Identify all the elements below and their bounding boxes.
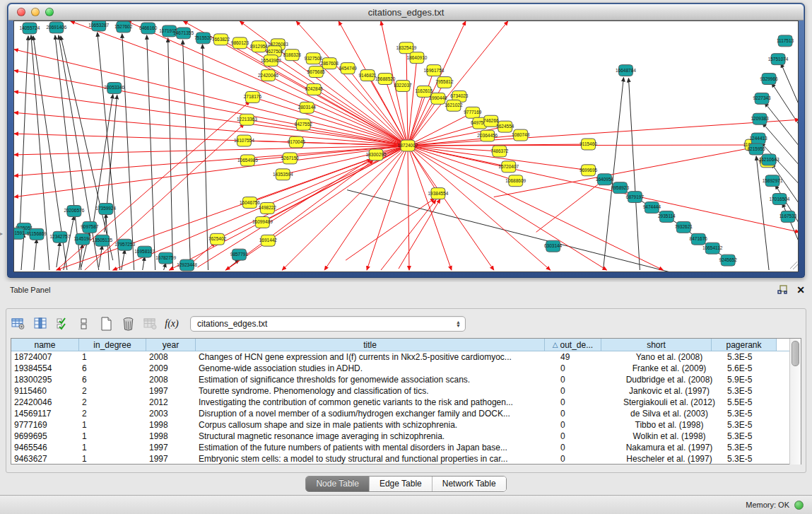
cell-year[interactable]: 2003: [146, 408, 196, 419]
cell-out_degree[interactable]: 0: [558, 453, 614, 465]
network-node[interactable]: 2867608: [321, 58, 339, 69]
row-tool-icon[interactable]: [76, 316, 92, 332]
hub-citation-edge[interactable]: [408, 91, 424, 146]
network-node[interactable]: 1209383: [751, 113, 769, 124]
network-node[interactable]: 8322037: [394, 81, 412, 92]
cell-name[interactable]: 9777169: [11, 419, 79, 431]
tab-network-table[interactable]: Network Table: [433, 477, 506, 491]
cell-out_degree[interactable]: 0: [558, 419, 614, 431]
network-node[interactable]: 7515526: [194, 33, 213, 44]
table-row[interactable]: 1938455462009Genome-wide association stu…: [11, 363, 789, 374]
network-node[interactable]: 18640910: [407, 52, 428, 64]
citation-edge[interactable]: [781, 64, 799, 106]
column-header-pagerank[interactable]: pagerank: [712, 339, 777, 351]
cell-out_degree[interactable]: 0: [558, 442, 614, 453]
hub-citation-edge[interactable]: [282, 146, 408, 270]
hub-citation-edge[interactable]: [408, 119, 799, 146]
table-row[interactable]: 1830029562008Estimation of significance …: [11, 374, 789, 385]
cell-title[interactable]: Estimation of significance thresholds fo…: [196, 374, 558, 385]
hub-citation-edge[interactable]: [408, 146, 799, 232]
citation-edge[interactable]: [64, 216, 74, 270]
zoom-window-icon[interactable]: [45, 8, 54, 16]
column-header-out_degree[interactable]: △out_de...: [545, 339, 601, 351]
cell-year[interactable]: 2008: [146, 351, 196, 363]
network-node[interactable]: 10654985: [237, 155, 258, 166]
citation-edge[interactable]: [399, 199, 440, 269]
cell-out_degree[interactable]: 0: [558, 385, 614, 397]
cell-title[interactable]: Tourette syndrome. Phenomenology and cla…: [196, 385, 558, 397]
cell-year[interactable]: 1997: [146, 385, 196, 397]
citation-edge[interactable]: [756, 156, 769, 270]
cell-short[interactable]: Wolkin et al. (1998): [614, 431, 724, 442]
function-builder-icon[interactable]: f(x): [164, 316, 180, 332]
network-node[interactable]: 10654112: [702, 243, 723, 254]
network-node[interactable]: 9329966: [760, 74, 778, 85]
network-node[interactable]: 20206576: [64, 206, 84, 217]
network-node[interactable]: 9097587: [81, 221, 99, 233]
network-node[interactable]: 8471676: [690, 233, 708, 245]
collapsed-panel-arrow-icon[interactable]: ▸: [0, 230, 3, 237]
network-node[interactable]: 16648784: [616, 65, 636, 76]
cell-short[interactable]: Yano et al. (2008): [614, 351, 724, 363]
network-node[interactable]: 2803144: [298, 102, 317, 113]
cell-year[interactable]: 1997: [146, 453, 196, 465]
network-node[interactable]: 8215955: [747, 144, 765, 155]
network-node[interactable]: 2718176: [244, 91, 262, 103]
cell-name[interactable]: 9465546: [11, 442, 79, 453]
cell-pagerank[interactable]: 5.9E-5: [724, 374, 789, 385]
cell-pagerank[interactable]: 5.3E-5: [724, 442, 789, 453]
cell-pagerank[interactable]: 5.3E-5: [724, 351, 789, 363]
cell-out_degree[interactable]: 0: [558, 397, 614, 408]
cell-title[interactable]: Disruption of a novel member of a sodium…: [196, 408, 558, 419]
network-node[interactable]: 20691406: [46, 22, 66, 33]
minimize-window-icon[interactable]: [31, 8, 40, 16]
cell-year[interactable]: 2012: [146, 397, 196, 408]
network-node[interactable]: 9242845: [305, 84, 324, 95]
table-row[interactable]: 946362711997Embryonic stem cells: a mode…: [11, 453, 789, 465]
tab-edge-table[interactable]: Edge Table: [370, 477, 433, 491]
hub-citation-edge[interactable]: [406, 48, 408, 146]
network-node[interactable]: 9146821: [358, 70, 377, 81]
edit-checklist-icon[interactable]: [54, 316, 70, 332]
cell-year[interactable]: 1998: [146, 419, 196, 431]
hub-citation-edge[interactable]: [408, 98, 438, 146]
network-node[interactable]: 9699695: [579, 165, 598, 176]
network-node[interactable]: 9227343: [753, 93, 771, 104]
network-node[interactable]: 20053346: [104, 83, 124, 94]
cell-short[interactable]: Dudbridge et al. (2008): [614, 374, 724, 385]
delete-table-icon[interactable]: [120, 316, 136, 332]
network-node[interactable]: 15892971: [763, 175, 783, 187]
citation-edge[interactable]: [765, 103, 799, 146]
network-node[interactable]: 16782759: [155, 252, 176, 264]
network-node[interactable]: 19384554: [428, 188, 449, 199]
network-node[interactable]: 7486372: [490, 146, 509, 157]
network-node[interactable]: 8454749: [339, 63, 358, 74]
column-header-title[interactable]: title: [196, 339, 545, 351]
citation-edge[interactable]: [143, 257, 145, 270]
table-vertical-scrollbar[interactable]: [789, 339, 801, 465]
citation-edge[interactable]: [122, 250, 125, 270]
network-node[interactable]: 12923448: [177, 259, 197, 271]
network-node[interactable]: 10653287: [88, 21, 109, 31]
cell-name[interactable]: 18724007: [11, 351, 79, 363]
cell-year[interactable]: 1998: [146, 431, 196, 442]
close-icon[interactable]: ✕: [796, 285, 805, 295]
network-node[interactable]: 1640954: [596, 174, 614, 185]
network-node[interactable]: 3624554: [496, 121, 514, 132]
cell-name[interactable]: 9463627: [11, 453, 79, 465]
network-node[interactable]: 7955812: [435, 77, 454, 88]
cell-name[interactable]: 14569117: [11, 408, 79, 419]
network-node[interactable]: 9857791: [230, 249, 249, 260]
citation-edge[interactable]: [57, 242, 60, 267]
cell-out_degree[interactable]: 49: [558, 351, 614, 363]
network-node[interactable]: 9245652: [719, 255, 738, 266]
column-header-in_degree[interactable]: in_degree: [79, 339, 146, 351]
network-node[interactable]: 6879197: [626, 192, 645, 203]
network-node[interactable]: 5675685: [307, 66, 326, 78]
network-node[interactable]: 9327508: [305, 53, 323, 64]
citation-edge[interactable]: [34, 239, 37, 270]
cell-in_degree[interactable]: 6: [79, 363, 146, 374]
network-node[interactable]: 1621022: [445, 100, 463, 111]
cell-short[interactable]: Jankovic et al. (1997): [614, 385, 724, 397]
cell-out_degree[interactable]: 0: [558, 431, 614, 442]
